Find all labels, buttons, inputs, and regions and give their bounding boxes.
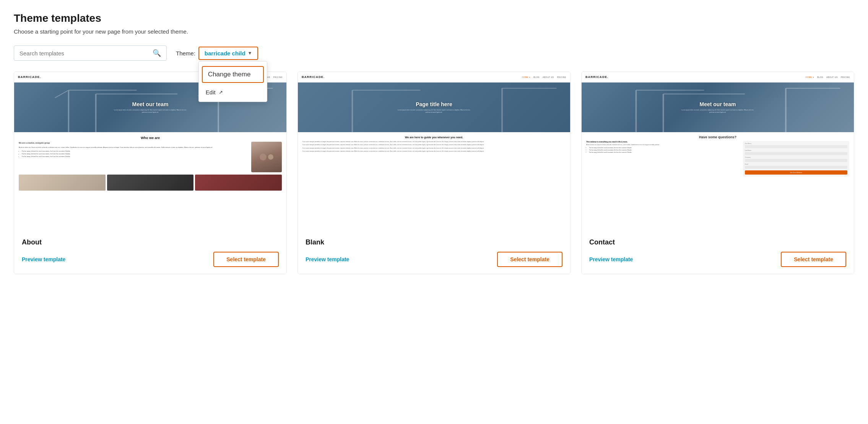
about-photo-1: [19, 175, 106, 191]
mini-nav-contact-about: ABOUT US: [826, 76, 837, 78]
blank-select-button[interactable]: Select template: [497, 252, 562, 267]
search-icon[interactable]: 🔍: [153, 49, 161, 57]
blank-hero-text: Lorem ipsum dolor sit amet, consectetur …: [396, 109, 472, 113]
theme-dropdown-button[interactable]: barricade child ▼: [198, 47, 258, 60]
mini-nav-blank-pricing: PRICING: [557, 76, 566, 78]
about-photo-3: [195, 175, 282, 191]
about-hero-text: Lorem ipsum dolor sit amet, consectetur …: [112, 109, 189, 113]
mini-nav-contact: BARRICADE. HOME ▾ BLOG ABOUT US PRICING: [582, 72, 854, 83]
contact-actions: Preview template Select template: [589, 252, 846, 267]
mini-logo-contact: BARRICADE.: [585, 75, 608, 79]
mini-nav-blank: BARRICADE. HOME ▾ BLOG ABOUT US PRICING: [298, 72, 570, 83]
contact-bullet-3: Far far away, behind the word mountains,…: [589, 152, 740, 153]
about-preview-button[interactable]: Preview template: [22, 256, 65, 262]
blank-footer: Blank Preview template Select template: [298, 232, 570, 274]
template-preview-blank: BARRICADE. HOME ▾ BLOG ABOUT US PRICING: [298, 72, 570, 232]
mini-nav-links-contact: HOME ▾ BLOG ABOUT US PRICING: [806, 76, 850, 78]
contact-hero-title: Meet our team: [700, 101, 736, 107]
mini-nav-contact-home: HOME ▾: [806, 76, 814, 78]
theme-label: Theme:: [176, 50, 195, 57]
contact-form-label-3: Company: [745, 157, 847, 158]
contact-section-title: Have some questions?: [586, 135, 849, 139]
blank-body-text-1: Cum sociis natoque penatibus et magnis d…: [302, 141, 566, 143]
contact-footer: Contact Preview template Select template: [582, 232, 854, 274]
contact-form-field-1: [745, 145, 847, 148]
mini-nav-links-blank: HOME ▾ BLOG ABOUT US PRICING: [522, 76, 566, 78]
contact-form-field-2: [745, 152, 847, 155]
about-section-title: Who we are: [19, 136, 282, 140]
contact-form-field-4: [745, 166, 847, 169]
contact-body-text: Morbi et dolor est. Donec at dolor vehic…: [586, 144, 740, 146]
change-theme-label: Change theme: [208, 71, 251, 78]
page-subtitle: Choose a starting point for your new pag…: [14, 28, 854, 35]
about-mini-body: Who we are We are a creative, energetic …: [14, 132, 286, 232]
about-bullet-2: Far far away, behind the word mountains,…: [22, 153, 248, 155]
template-card-contact: BARRICADE. HOME ▾ BLOG ABOUT US PRICING: [581, 71, 854, 274]
about-hero-title: Meet our team: [112, 101, 189, 107]
blank-hero-title: Page title here: [416, 101, 452, 107]
contact-form-field-3: [745, 159, 847, 162]
mini-nav-blank-about: ABOUT US: [543, 76, 554, 78]
about-actions: Preview template Select template: [22, 252, 279, 267]
edit-item[interactable]: Edit ↗: [199, 85, 267, 99]
blank-guide-title: We are here to guide you whenever you ne…: [302, 136, 566, 139]
blank-actions: Preview template Select template: [306, 252, 562, 267]
theme-selector: Theme: barricade child ▼ Change theme Ed…: [176, 47, 258, 60]
mini-nav-blank-home: HOME ▾: [522, 76, 530, 78]
contact-body-bold: This webinar is everything you need in l…: [586, 141, 740, 143]
blank-template-name: Blank: [306, 238, 562, 246]
contact-form-label-2: Last Name: [745, 150, 847, 151]
external-link-icon: ↗: [219, 89, 223, 95]
contact-bullet-2: Far far away, behind the word mountains,…: [589, 149, 740, 151]
mini-nav-contact-blog: BLOG: [817, 76, 823, 78]
contact-preview-button[interactable]: Preview template: [589, 256, 633, 262]
about-bullet-1: Far far away, behind the word mountains,…: [22, 150, 248, 152]
mini-nav-pricing: PRICING: [273, 76, 283, 78]
edit-label: Edit: [206, 89, 216, 95]
svg-line-2: [55, 90, 69, 98]
toolbar: 🔍 Theme: barricade child ▼ Change theme …: [14, 45, 854, 61]
blank-body-text-2: Cum sociis natoque penatibus et magnis d…: [302, 144, 566, 146]
about-body-text: Morbi et dolor est. Donec at dolor vehic…: [19, 146, 248, 149]
contact-form-label-4: Email: [745, 163, 847, 165]
change-theme-item[interactable]: Change theme: [202, 66, 264, 83]
about-photos: [19, 175, 282, 191]
search-input[interactable]: [20, 50, 153, 57]
page-title: Theme templates: [14, 12, 854, 24]
theme-value: barricade child: [205, 50, 245, 57]
mini-logo-about: BARRICADE.: [18, 75, 41, 79]
contact-select-button[interactable]: Select template: [781, 252, 846, 267]
blank-preview-button[interactable]: Preview template: [306, 256, 349, 262]
mini-nav-blank-blog: BLOG: [533, 76, 540, 78]
about-bullet-3: Far far away, behind the word mountains,…: [22, 155, 248, 157]
template-preview-contact: BARRICADE. HOME ▾ BLOG ABOUT US PRICING: [582, 72, 854, 232]
contact-template-name: Contact: [589, 238, 846, 246]
blank-body-text-3: Cum sociis natoque penatibus et magnis d…: [302, 147, 566, 149]
contact-form-button: Get Free Webinar: [745, 170, 847, 175]
chevron-down-icon: ▼: [248, 50, 252, 56]
contact-hero-text: Lorem ipsum dolor sit amet, consectetur …: [679, 109, 756, 113]
about-bullets: Far far away, behind the word mountains,…: [19, 150, 248, 157]
theme-dropdown-menu: Change theme Edit ↗: [198, 61, 267, 102]
about-select-button[interactable]: Select template: [213, 252, 279, 267]
contact-form-label-1: First Name: [745, 143, 847, 144]
template-grid: BARRICADE. HOME ▾ BLOG ABOUT US PRICING: [14, 71, 854, 274]
mini-nav-contact-pricing: PRICING: [841, 76, 850, 78]
about-body-bold: We are a creative, energetic group: [19, 142, 248, 145]
blank-mini-body: We are here to guide you whenever you ne…: [298, 132, 570, 232]
theme-dropdown: barricade child ▼ Change theme Edit ↗: [198, 47, 258, 60]
search-box: 🔍: [14, 45, 167, 61]
blank-body-text-4: Cum sociis natoque penatibus et magnis d…: [302, 151, 566, 152]
about-footer: About Preview template Select template: [14, 232, 286, 274]
about-template-name: About: [22, 238, 279, 246]
template-card-blank: BARRICADE. HOME ▾ BLOG ABOUT US PRICING: [297, 71, 571, 274]
mini-logo-blank: BARRICADE.: [302, 75, 325, 79]
contact-bullet-1: Far far away, behind the word mountains,…: [589, 147, 740, 149]
about-photo-2: [107, 175, 194, 191]
